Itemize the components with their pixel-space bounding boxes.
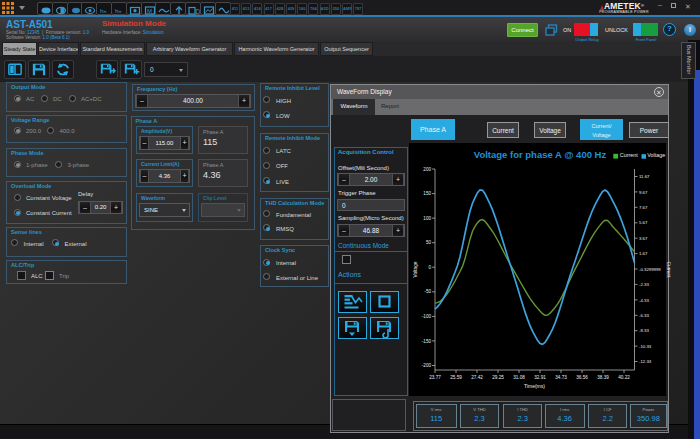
svg-text:Time(ms): Time(ms) (524, 383, 545, 389)
svg-text:11.67: 11.67 (639, 174, 650, 179)
svg-text:Voltage for phase A @ 400 Hz: Voltage for phase A @ 400 Hz (474, 149, 607, 160)
svg-text:-6.33: -6.33 (639, 313, 649, 318)
svg-text:h»: h» (100, 8, 107, 14)
svg-text:Current: Current (666, 262, 671, 279)
svg-text:3.67: 3.67 (639, 236, 648, 241)
svg-text:Voltage: Voltage (647, 152, 665, 158)
svg-text:40.22: 40.22 (618, 375, 630, 380)
svg-text:h»: h» (115, 8, 122, 14)
svg-text:38.39: 38.39 (597, 375, 609, 380)
svg-text:7.67: 7.67 (639, 205, 648, 210)
svg-text:1.67: 1.67 (639, 251, 648, 256)
svg-text:Voltage: Voltage (413, 261, 418, 277)
svg-text:100: 100 (423, 216, 431, 221)
svg-text:36.56: 36.56 (576, 375, 588, 380)
svg-text:-100: -100 (422, 314, 432, 319)
svg-text:-150: -150 (422, 339, 432, 344)
svg-text:50: 50 (426, 240, 432, 245)
svg-text:200: 200 (423, 167, 431, 172)
svg-text:-2.33: -2.33 (639, 282, 649, 287)
svg-text:27.42: 27.42 (471, 375, 483, 380)
svg-text:23.77: 23.77 (429, 375, 441, 380)
svg-text:32.91: 32.91 (534, 375, 546, 380)
svg-text:31.08: 31.08 (513, 375, 525, 380)
svg-text:5.67: 5.67 (639, 220, 648, 225)
svg-text:34.73: 34.73 (555, 375, 567, 380)
svg-text:-200: -200 (422, 363, 432, 368)
svg-text:-12.33: -12.33 (639, 359, 652, 364)
svg-text:-8.33: -8.33 (639, 328, 649, 333)
svg-text:-4.33: -4.33 (639, 298, 649, 303)
svg-text:-10.33: -10.33 (639, 344, 652, 349)
svg-text:M: M (147, 8, 152, 14)
svg-text:25.59: 25.59 (450, 375, 462, 380)
svg-text:Current: Current (620, 152, 638, 158)
svg-text:150: 150 (423, 191, 431, 196)
svg-text:-50: -50 (424, 289, 431, 294)
svg-text:-0.3299999: -0.3299999 (639, 267, 661, 272)
svg-text:0: 0 (428, 265, 431, 270)
svg-text:29.25: 29.25 (492, 375, 504, 380)
svg-text:9.67: 9.67 (639, 190, 648, 195)
